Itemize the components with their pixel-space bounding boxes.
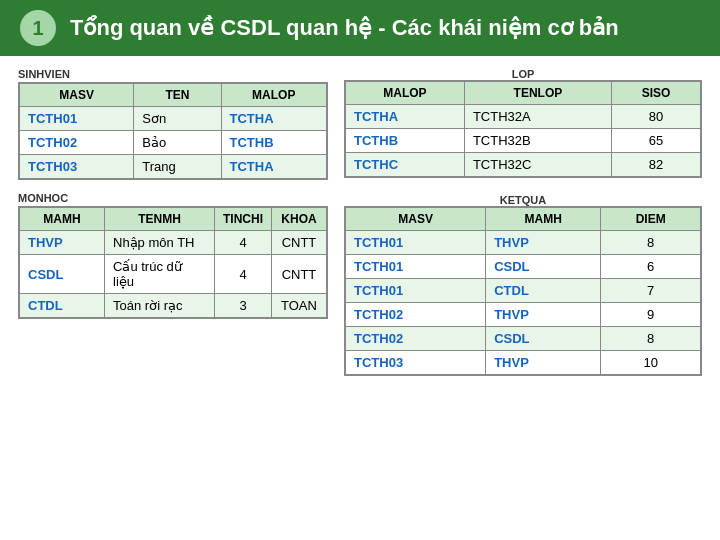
ketqua-row: TCTH03 THVP 10 [346, 351, 701, 375]
ketqua-masv: TCTH02 [346, 327, 486, 351]
ketqua-col-mamh: MAMH [486, 208, 601, 231]
sinhvien-ten: Bảo [134, 131, 221, 155]
lop-malop: TCTHA [346, 105, 465, 129]
monhoc-row: CSDL Cấu trúc dữ liệu 4 CNTT [20, 255, 327, 294]
left-column: SINHVIEN MASV TEN MALOP TCTH01 Sơn TCTHA… [18, 68, 328, 526]
lop-col-tenlop: TENLOP [464, 82, 611, 105]
right-column: LOP MALOP TENLOP SISO TCTHA TCTH32A 80 T… [344, 68, 702, 526]
monhoc-col-tinchi: TINCHI [215, 208, 272, 231]
ketqua-masv: TCTH01 [346, 255, 486, 279]
ketqua-mamh: THVP [486, 351, 601, 375]
lop-tenlop: TCTH32A [464, 105, 611, 129]
monhoc-label: MONHOC [18, 192, 328, 204]
sinhvien-masv: TCTH02 [20, 131, 134, 155]
monhoc-mamh: CTDL [20, 294, 105, 318]
lop-tenlop: TCTH32C [464, 153, 611, 177]
lop-row: TCTHC TCTH32C 82 [346, 153, 701, 177]
ketqua-label: KETQUA [344, 194, 702, 206]
monhoc-khoa: TOAN [272, 294, 327, 318]
monhoc-table-wrapper: MAMH TENMH TINCHI KHOA THVP Nhập môn TH … [18, 206, 328, 319]
ketqua-row: TCTH01 CTDL 7 [346, 279, 701, 303]
ketqua-masv: TCTH01 [346, 279, 486, 303]
ketqua-col-diem: DIEM [601, 208, 701, 231]
sinhvien-masv: TCTH03 [20, 155, 134, 179]
sinhvien-row: TCTH01 Sơn TCTHA [20, 107, 327, 131]
monhoc-section: MONHOC MAMH TENMH TINCHI KHOA THVP Nhập … [18, 192, 328, 319]
lop-col-siso: SISO [612, 82, 701, 105]
main-content: SINHVIEN MASV TEN MALOP TCTH01 Sơn TCTHA… [0, 56, 720, 538]
lop-col-malop: MALOP [346, 82, 465, 105]
monhoc-tenmh: Toán rời rạc [105, 294, 215, 318]
sinhvien-masv: TCTH01 [20, 107, 134, 131]
sinhvien-section: SINHVIEN MASV TEN MALOP TCTH01 Sơn TCTHA… [18, 68, 328, 180]
ketqua-masv: TCTH03 [346, 351, 486, 375]
lop-label: LOP [344, 68, 702, 80]
ketqua-diem: 8 [601, 231, 701, 255]
lop-malop: TCTHC [346, 153, 465, 177]
monhoc-mamh: CSDL [20, 255, 105, 294]
monhoc-col-khoa: KHOA [272, 208, 327, 231]
ketqua-table: MASV MAMH DIEM TCTH01 THVP 8 TCTH01 CSDL… [345, 207, 701, 375]
sinhvien-col-masv: MASV [20, 84, 134, 107]
lop-row: TCTHA TCTH32A 80 [346, 105, 701, 129]
sinhvien-ten: Trang [134, 155, 221, 179]
monhoc-tenmh: Nhập môn TH [105, 231, 215, 255]
monhoc-khoa: CNTT [272, 231, 327, 255]
ketqua-diem: 7 [601, 279, 701, 303]
monhoc-col-tenmh: TENMH [105, 208, 215, 231]
lop-siso: 82 [612, 153, 701, 177]
ketqua-masv: TCTH02 [346, 303, 486, 327]
monhoc-tenmh: Cấu trúc dữ liệu [105, 255, 215, 294]
monhoc-col-mamh: MAMH [20, 208, 105, 231]
ketqua-row: TCTH01 CSDL 6 [346, 255, 701, 279]
ketqua-mamh: THVP [486, 303, 601, 327]
monhoc-khoa: CNTT [272, 255, 327, 294]
ketqua-col-masv: MASV [346, 208, 486, 231]
monhoc-tinchi: 4 [215, 255, 272, 294]
slide-title: Tổng quan về CSDL quan hệ - Các khái niệ… [70, 15, 619, 41]
sinhvien-row: TCTH03 Trang TCTHA [20, 155, 327, 179]
ketqua-section: KETQUA MASV MAMH DIEM TCTH01 THVP 8 TCTH… [344, 194, 702, 376]
ketqua-masv: TCTH01 [346, 231, 486, 255]
monhoc-row: CTDL Toán rời rạc 3 TOAN [20, 294, 327, 318]
lop-malop: TCTHB [346, 129, 465, 153]
monhoc-mamh: THVP [20, 231, 105, 255]
ketqua-diem: 10 [601, 351, 701, 375]
ketqua-mamh: CSDL [486, 327, 601, 351]
sinhvien-table: MASV TEN MALOP TCTH01 Sơn TCTHA TCTH02 B… [19, 83, 327, 179]
ketqua-diem: 6 [601, 255, 701, 279]
sinhvien-malop: TCTHB [221, 131, 327, 155]
slide-number: 1 [20, 10, 56, 46]
sinhvien-malop: TCTHA [221, 107, 327, 131]
sinhvien-malop: TCTHA [221, 155, 327, 179]
lop-tenlop: TCTH32B [464, 129, 611, 153]
sinhvien-table-wrapper: MASV TEN MALOP TCTH01 Sơn TCTHA TCTH02 B… [18, 82, 328, 180]
lop-row: TCTHB TCTH32B 65 [346, 129, 701, 153]
monhoc-table: MAMH TENMH TINCHI KHOA THVP Nhập môn TH … [19, 207, 327, 318]
monhoc-row: THVP Nhập môn TH 4 CNTT [20, 231, 327, 255]
sinhvien-ten: Sơn [134, 107, 221, 131]
sinhvien-label: SINHVIEN [18, 68, 328, 80]
lop-table-wrapper: MALOP TENLOP SISO TCTHA TCTH32A 80 TCTHB… [344, 80, 702, 178]
ketqua-mamh: CSDL [486, 255, 601, 279]
ketqua-mamh: CTDL [486, 279, 601, 303]
ketqua-mamh: THVP [486, 231, 601, 255]
ketqua-table-wrapper: MASV MAMH DIEM TCTH01 THVP 8 TCTH01 CSDL… [344, 206, 702, 376]
lop-section: LOP MALOP TENLOP SISO TCTHA TCTH32A 80 T… [344, 68, 702, 178]
lop-table: MALOP TENLOP SISO TCTHA TCTH32A 80 TCTHB… [345, 81, 701, 177]
ketqua-row: TCTH02 CSDL 8 [346, 327, 701, 351]
ketqua-row: TCTH01 THVP 8 [346, 231, 701, 255]
lop-siso: 65 [612, 129, 701, 153]
sinhvien-col-ten: TEN [134, 84, 221, 107]
monhoc-tinchi: 3 [215, 294, 272, 318]
sinhvien-row: TCTH02 Bảo TCTHB [20, 131, 327, 155]
ketqua-diem: 9 [601, 303, 701, 327]
lop-siso: 80 [612, 105, 701, 129]
monhoc-tinchi: 4 [215, 231, 272, 255]
ketqua-row: TCTH02 THVP 9 [346, 303, 701, 327]
ketqua-diem: 8 [601, 327, 701, 351]
header: 1 Tổng quan về CSDL quan hệ - Các khái n… [0, 0, 720, 56]
sinhvien-col-malop: MALOP [221, 84, 327, 107]
